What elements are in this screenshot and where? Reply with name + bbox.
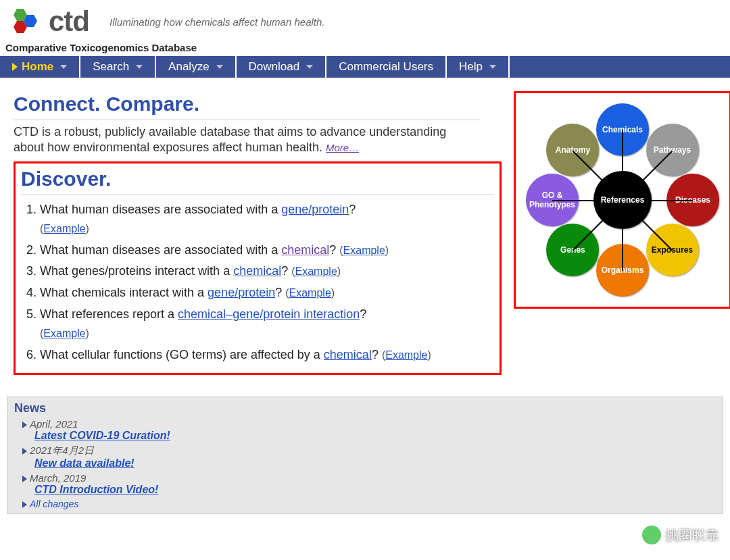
news-headline-link[interactable]: Latest COVID-19 Curation! <box>34 430 716 442</box>
nav-label: Search <box>93 60 129 74</box>
example-wrapper: (Example) <box>40 223 89 234</box>
triangle-icon <box>22 422 27 428</box>
example-wrapper: (Example) <box>291 265 341 277</box>
chevron-down-icon <box>136 65 143 69</box>
example-link[interactable]: Example <box>289 287 331 299</box>
example-wrapper: (Example) <box>285 287 335 299</box>
nav-label: Help <box>459 60 483 74</box>
hub-diagram-box: ChemicalsPathwaysDiseasesExposuresOrgani… <box>514 91 730 309</box>
example-link[interactable]: Example <box>43 223 85 234</box>
discover-heading: Discover. <box>21 168 494 190</box>
chevron-down-icon <box>306 65 313 69</box>
discover-link[interactable]: chemical <box>324 348 372 361</box>
discover-section: Discover. What human diseases are associ… <box>14 161 502 375</box>
nav-active-arrow-icon <box>12 63 18 71</box>
example-link[interactable]: Example <box>343 245 385 256</box>
discover-item: What human diseases are associated with … <box>40 241 494 260</box>
triangle-icon <box>22 448 27 455</box>
nav-download[interactable]: Download <box>237 56 327 78</box>
news-title: News <box>14 401 716 415</box>
logo[interactable]: ctd <box>7 5 89 38</box>
discover-item: What genes/proteins interact with a chem… <box>40 262 494 281</box>
nav-label: Commercial Users <box>339 60 433 74</box>
logo-text: ctd <box>49 5 89 38</box>
discover-link[interactable]: chemical <box>233 264 281 278</box>
news-date: April, 2021 <box>30 418 78 430</box>
more-link[interactable]: More… <box>326 142 359 153</box>
discover-item: What references report a chemical–gene/p… <box>40 305 494 343</box>
nav-analyze[interactable]: Analyze <box>156 56 236 78</box>
hub-node-center[interactable]: References <box>593 171 652 229</box>
intro-text: CTD is a robust, publicly available data… <box>14 120 480 156</box>
news-item: 2021年4月2日New data available! <box>22 444 716 469</box>
news-headline-link[interactable]: New data available! <box>34 457 716 469</box>
discover-link[interactable]: gene/protein <box>281 203 349 216</box>
news-date: March, 2019 <box>30 472 86 484</box>
news-item: March, 2019CTD Introduction Video! <box>22 472 716 496</box>
main-nav: HomeSearchAnalyzeDownloadCommercial User… <box>0 56 730 78</box>
nav-commercial-users[interactable]: Commercial Users <box>326 56 447 78</box>
site-subtitle: Comparative Toxicogenomics Database <box>0 41 730 56</box>
discover-item: What chemicals interact with a gene/prot… <box>40 284 494 303</box>
example-link[interactable]: Example <box>295 265 337 277</box>
discover-link[interactable]: chemical <box>281 243 329 257</box>
discover-link[interactable]: chemical–gene/protein interaction <box>178 307 360 321</box>
news-headline-link[interactable]: CTD Introduction Video! <box>34 484 716 496</box>
example-wrapper: (Example) <box>40 328 89 339</box>
nav-home[interactable]: Home <box>0 56 80 78</box>
nav-label: Download <box>249 60 300 74</box>
discover-item: What cellular functions (GO terms) are a… <box>40 346 494 365</box>
nav-label: Home <box>22 60 53 74</box>
example-wrapper: (Example) <box>339 245 389 256</box>
ctd-hex-logo-icon <box>7 6 45 37</box>
main-content: Connect. Compare. CTD is a robust, publi… <box>0 78 730 384</box>
nav-label: Analyze <box>168 60 209 74</box>
nav-help[interactable]: Help <box>447 56 510 78</box>
example-wrapper: (Example) <box>382 349 431 361</box>
tagline: Illuminating how chemicals affect human … <box>110 16 325 28</box>
triangle-icon <box>22 476 27 482</box>
intro-body: CTD is a robust, publicly available data… <box>14 125 446 154</box>
example-link[interactable]: Example <box>43 328 85 339</box>
discover-link[interactable]: gene/protein <box>208 286 275 299</box>
discover-list: What human diseases are associated with … <box>24 201 494 365</box>
nav-search[interactable]: Search <box>80 56 156 78</box>
chevron-down-icon <box>489 65 496 69</box>
connect-compare-heading: Connect. Compare. <box>14 93 502 116</box>
chevron-down-icon <box>60 65 67 69</box>
header: ctd Illuminating how chemicals affect hu… <box>0 0 730 41</box>
hub-diagram: ChemicalsPathwaysDiseasesExposuresOrgani… <box>521 99 724 301</box>
news-panel: News April, 2021Latest COVID-19 Curation… <box>7 397 723 514</box>
all-changes-link[interactable]: All changes <box>22 499 716 509</box>
news-date: 2021年4月2日 <box>30 444 94 456</box>
triangle-icon <box>22 501 27 508</box>
news-item: April, 2021Latest COVID-19 Curation! <box>22 418 716 442</box>
discover-item: What human diseases are associated with … <box>40 201 494 238</box>
chevron-down-icon <box>216 65 223 69</box>
example-link[interactable]: Example <box>385 349 427 361</box>
